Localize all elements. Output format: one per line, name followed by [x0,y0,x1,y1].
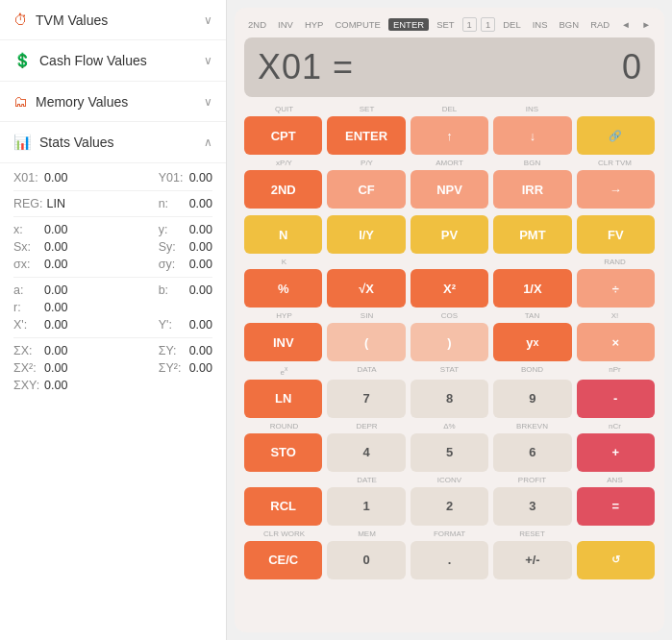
yx-button[interactable]: yx [493,323,571,361]
x-value: 0.00 [44,223,67,236]
x2-button[interactable]: X² [411,269,488,308]
fv-button[interactable]: FV [577,215,655,254]
memory-label: Memory Values [36,94,128,110]
yprime-value: 0.00 [189,318,212,332]
up-button[interactable]: ↑ [411,116,488,155]
row5-labels: HYPSINCOSTANX! [244,311,655,321]
row3-buttons: N I/Y PV PMT FV [244,215,655,254]
ln-button[interactable]: LN [244,380,322,418]
inv-x-button[interactable]: 1/X [493,269,571,308]
rparen-button[interactable]: ) [411,323,488,361]
left-panel: ⏱ TVM Values ∨ 💲 Cash Flow Values ∨ 🗂 Me… [0,0,227,640]
row7-labels: ROUNDDEPRΔ%BRKEVNnCr [244,422,655,431]
x-label: x: [13,223,40,236]
stats-row-x01: X01: 0.00 Y01: 0.00 [13,171,212,185]
topbar-bgn: BGN [556,18,584,31]
multiply-button[interactable]: × [577,323,655,361]
link-button[interactable]: 🔗 [577,116,655,155]
xprime-label: X': [13,318,40,332]
enter-button[interactable]: ENTER [327,116,405,155]
iy-button[interactable]: I/Y [327,215,405,254]
pmt-button[interactable]: PMT [493,215,571,254]
r-value: 0.00 [44,301,67,314]
lparen-button[interactable]: ( [327,323,405,361]
row1-buttons: CPT ENTER ↑ ↓ 🔗 [244,116,655,155]
arrow-button[interactable]: → [577,170,655,209]
row4-labels: KRAND [244,258,655,267]
stats-icon: 📊 [13,134,32,151]
plus-button[interactable]: + [577,433,655,472]
4-button[interactable]: 4 [327,433,405,472]
rcl-button[interactable]: RCL [244,487,322,526]
n-button[interactable]: N [244,215,322,254]
equals-button[interactable]: = [577,487,655,526]
memory-section-header[interactable]: 🗂 Memory Values ∨ [0,82,226,122]
refresh-button[interactable]: ↺ [577,541,655,579]
stats-row-reg: REG: LIN n: 0.00 [13,197,212,210]
tvm-section-header[interactable]: ⏱ TVM Values ∨ [0,0,226,40]
stats-row-sigma: σx: 0.00 σy: 0.00 [13,258,212,271]
topbar-mode2: 1 [481,17,495,32]
sto-button[interactable]: STO [244,433,322,472]
cpt-button[interactable]: CPT [244,116,322,155]
1-button[interactable]: 1 [327,487,405,526]
sy-value: 0.00 [189,240,212,254]
sumx2-label: ΣX²: [13,361,40,375]
stats-label: Stats Values [39,135,114,150]
stats-row-x: x: 0.00 y: 0.00 [13,223,212,236]
down-button[interactable]: ↓ [493,116,571,155]
x01-label: X01: [13,171,40,185]
yprime-label: Y': [159,318,186,332]
row2-buttons: 2ND CF NPV IRR → [244,170,655,209]
5-button[interactable]: 5 [411,433,488,472]
plusminus-button[interactable]: +/- [493,541,571,579]
stats-row-r: r: 0.00 [13,301,212,314]
stats-row-sigmax2: ΣX²: 0.00 ΣY²: 0.00 [13,361,212,375]
dot-button[interactable]: . [411,541,488,579]
stats-row-sx: Sx: 0.00 Sy: 0.00 [13,240,212,254]
percent-button[interactable]: % [244,269,322,308]
stats-row-a: a: 0.00 b: 0.00 [13,283,212,297]
display-value: 0 [622,47,641,87]
2nd-button[interactable]: 2ND [244,170,322,209]
topbar-del: DEL [499,18,524,31]
3-button[interactable]: 3 [493,487,571,526]
2-button[interactable]: 2 [411,487,488,526]
cashflow-section-header[interactable]: 💲 Cash Flow Values ∨ [0,40,226,82]
6-button[interactable]: 6 [493,433,571,472]
topbar-set: SET [433,18,458,31]
7-button[interactable]: 7 [327,380,405,418]
9-button[interactable]: 9 [493,380,571,418]
pv-button[interactable]: PV [411,215,488,254]
cashflow-label: Cash Flow Values [39,53,147,68]
topbar-compute: COMPUTE [331,18,385,31]
cashflow-icon: 💲 [13,52,32,69]
8-button[interactable]: 8 [411,380,488,418]
topbar-enter: ENTER [388,18,429,31]
n-value: 0.00 [189,197,212,210]
stats-section-header[interactable]: 📊 Stats Values ∧ [0,122,226,163]
calc-topbar: 2ND INV HYP COMPUTE ENTER SET 1 1 DEL IN… [244,17,655,32]
row6-buttons: LN 7 8 9 - [244,380,655,418]
inv-button[interactable]: INV [244,323,322,361]
sx-value: 0.00 [44,240,67,254]
sumx2-value: 0.00 [44,361,67,375]
y-value: 0.00 [189,223,212,236]
tvm-label: TVM Values [36,12,108,28]
row8-buttons: RCL 1 2 3 = [244,487,655,526]
cf-button[interactable]: CF [327,170,405,209]
sqrt-button[interactable]: √X [327,269,405,308]
memory-chevron: ∨ [204,95,212,109]
sigmay-value: 0.00 [189,258,212,271]
irr-button[interactable]: IRR [493,170,571,209]
topbar-ins: INS [529,18,552,31]
minus-button[interactable]: - [577,380,655,418]
cec-button[interactable]: CE/C [244,541,322,579]
x01-value: 0.00 [44,171,67,185]
xprime-value: 0.00 [44,318,67,332]
divide-button[interactable]: ÷ [577,269,655,308]
0-button[interactable]: 0 [327,541,405,579]
npv-button[interactable]: NPV [411,170,488,209]
memory-icon: 🗂 [13,93,28,110]
y-label: y: [159,223,186,236]
